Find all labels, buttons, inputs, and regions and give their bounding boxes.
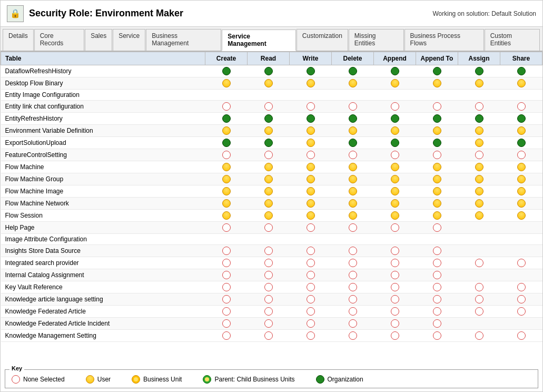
icon-none[interactable] — [475, 307, 483, 316]
icon-user[interactable] — [475, 211, 483, 220]
icon-none[interactable] — [349, 271, 357, 279]
row-append[interactable] — [374, 173, 416, 185]
row-delete[interactable] — [332, 65, 374, 77]
row-create[interactable] — [205, 185, 248, 198]
row-read[interactable] — [248, 173, 290, 185]
row-write[interactable] — [290, 306, 332, 318]
row-share[interactable] — [500, 125, 542, 137]
icon-user[interactable] — [475, 139, 483, 147]
row-write[interactable] — [290, 293, 332, 306]
row-read[interactable] — [248, 161, 290, 173]
row-share[interactable] — [500, 234, 542, 245]
icon-none[interactable] — [349, 319, 357, 328]
row-append[interactable] — [374, 137, 416, 149]
icon-org[interactable] — [433, 139, 441, 147]
row-appendTo[interactable] — [416, 306, 458, 318]
icon-org[interactable] — [264, 139, 273, 147]
icon-none[interactable] — [391, 331, 399, 340]
row-create[interactable] — [205, 101, 248, 113]
icon-user[interactable] — [475, 126, 483, 135]
row-append[interactable] — [374, 318, 416, 330]
icon-user[interactable] — [222, 163, 231, 171]
icon-none[interactable] — [391, 283, 399, 291]
row-appendTo[interactable] — [416, 269, 458, 281]
row-create[interactable] — [205, 269, 248, 281]
row-read[interactable] — [248, 330, 290, 342]
icon-user[interactable] — [264, 163, 273, 171]
row-appendTo[interactable] — [416, 77, 458, 90]
row-append[interactable] — [374, 257, 416, 269]
row-create[interactable] — [205, 173, 248, 185]
icon-none[interactable] — [475, 331, 483, 340]
row-appendTo[interactable] — [416, 101, 458, 113]
icon-none[interactable] — [222, 102, 231, 111]
row-appendTo[interactable] — [416, 234, 458, 245]
icon-none[interactable] — [307, 151, 315, 159]
icon-org[interactable] — [349, 139, 357, 147]
row-assign[interactable] — [458, 245, 500, 257]
icon-user[interactable] — [349, 187, 357, 195]
row-create[interactable] — [205, 137, 248, 149]
row-appendTo[interactable] — [416, 222, 458, 234]
icon-none[interactable] — [517, 283, 526, 291]
icon-none[interactable] — [307, 307, 315, 316]
icon-none[interactable] — [475, 102, 483, 111]
row-read[interactable] — [248, 306, 290, 318]
row-read[interactable] — [248, 210, 290, 222]
icon-none[interactable] — [222, 247, 231, 255]
row-write[interactable] — [290, 281, 332, 293]
row-assign[interactable] — [458, 293, 500, 306]
row-read[interactable] — [248, 90, 290, 101]
row-share[interactable] — [500, 65, 542, 77]
icon-none[interactable] — [307, 271, 315, 279]
icon-none[interactable] — [264, 247, 273, 255]
row-share[interactable] — [500, 318, 542, 330]
icon-user[interactable] — [517, 163, 526, 171]
row-appendTo[interactable] — [416, 173, 458, 185]
row-write[interactable] — [290, 318, 332, 330]
row-assign[interactable] — [458, 222, 500, 234]
icon-user[interactable] — [307, 175, 315, 183]
row-read[interactable] — [248, 257, 290, 269]
icon-org[interactable] — [264, 67, 273, 75]
row-write[interactable] — [290, 210, 332, 222]
row-read[interactable] — [248, 77, 290, 90]
row-appendTo[interactable] — [416, 198, 458, 210]
icon-org[interactable] — [307, 67, 315, 75]
row-share[interactable] — [500, 269, 542, 281]
row-appendTo[interactable] — [416, 330, 458, 342]
row-write[interactable] — [290, 65, 332, 77]
icon-user[interactable] — [264, 199, 273, 208]
icon-user[interactable] — [349, 79, 357, 87]
row-appendTo[interactable] — [416, 281, 458, 293]
icon-user[interactable] — [222, 175, 231, 183]
icon-user[interactable] — [475, 175, 483, 183]
icon-user[interactable] — [264, 175, 273, 183]
icon-none[interactable] — [307, 247, 315, 255]
icon-org[interactable] — [222, 114, 231, 123]
row-create[interactable] — [205, 90, 248, 101]
row-share[interactable] — [500, 198, 542, 210]
row-appendTo[interactable] — [416, 185, 458, 198]
row-read[interactable] — [248, 234, 290, 245]
icon-user[interactable] — [517, 211, 526, 220]
row-write[interactable] — [290, 185, 332, 198]
row-delete[interactable] — [332, 198, 374, 210]
row-create[interactable] — [205, 125, 248, 137]
row-share[interactable] — [500, 306, 542, 318]
icon-user[interactable] — [517, 187, 526, 195]
icon-none[interactable] — [222, 319, 231, 328]
icon-user[interactable] — [222, 187, 231, 195]
icon-user[interactable] — [349, 175, 357, 183]
tab-missing-entities[interactable]: Missing Entities — [349, 29, 404, 51]
icon-none[interactable] — [264, 295, 273, 303]
tab-service-management[interactable]: Service Management — [222, 30, 295, 51]
row-append[interactable] — [374, 161, 416, 173]
row-appendTo[interactable] — [416, 257, 458, 269]
row-appendTo[interactable] — [416, 210, 458, 222]
row-assign[interactable] — [458, 234, 500, 245]
row-create[interactable] — [205, 245, 248, 257]
row-read[interactable] — [248, 149, 290, 161]
row-share[interactable] — [500, 101, 542, 113]
row-assign[interactable] — [458, 210, 500, 222]
